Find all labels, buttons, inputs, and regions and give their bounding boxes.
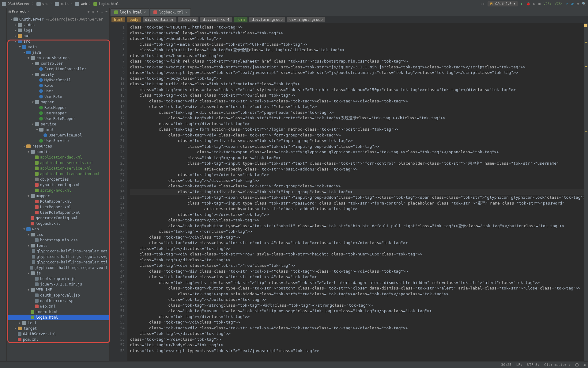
tree-node[interactable]: ▼fonts <box>7 243 109 248</box>
tree-node[interactable]: ▶OAuthServer.iml <box>7 331 109 337</box>
editor-gutter[interactable]: 1234567891011121314151617181920212223242… <box>110 23 127 361</box>
tree-node[interactable]: ▶bootstrap.min.css <box>7 237 109 243</box>
left-tool-rail[interactable] <box>0 8 7 361</box>
tree-node[interactable]: ▶UserMapper <box>7 110 109 116</box>
editor-tab[interactable]: login.html× <box>111 8 149 16</box>
tree-node[interactable]: ▶Role <box>7 83 109 88</box>
tree-node[interactable]: ▶RoleMapper <box>7 105 109 110</box>
tree-node[interactable]: ▶glyphicons-halflings-regular.svg <box>7 254 109 259</box>
tree-node[interactable]: ▼entity <box>7 72 109 77</box>
tree-node[interactable]: ▶ExceptionController <box>7 66 109 72</box>
code-editor[interactable]: class="tok-tag"><!DOCTYPE htmlclass="tok… <box>127 23 584 361</box>
crumb-root[interactable]: OAuthServer <box>2 2 30 6</box>
run-config-selector[interactable]: ⛨OAuth2.0▾ <box>488 1 518 6</box>
tree-node[interactable]: ▼resources <box>7 144 109 149</box>
coverage-button[interactable]: ▶ <box>533 2 536 6</box>
minimize-icon[interactable]: ← <box>105 10 107 13</box>
readonly-lock-icon[interactable] <box>575 363 579 366</box>
close-tab-icon[interactable]: × <box>144 10 146 14</box>
tree-node[interactable]: ▼cn.com.showings <box>7 55 109 61</box>
tree-node[interactable]: ▼js <box>7 270 109 276</box>
tree-node[interactable]: ▶User <box>7 88 109 94</box>
tree-node[interactable]: ▶generatorConfig.xml <box>7 215 109 221</box>
editor-breadcrumb[interactable]: htmlbodydiv.containerdiv.rowdiv.col-xs-4… <box>110 16 588 23</box>
tree-node[interactable]: ▶UserService <box>7 138 109 144</box>
tree-node[interactable]: ▶glyphicons-halflings-regular.ttf <box>7 259 109 265</box>
scroll-from-source-icon[interactable]: ⊕ <box>88 10 90 13</box>
tree-node[interactable]: ▶UserRoleMapper.xml <box>7 210 109 215</box>
tree-node[interactable]: ▼java <box>7 50 109 55</box>
breadcrumb-tag[interactable]: div.row <box>178 17 199 22</box>
tree-node[interactable]: ▶bootstrap.min.js <box>7 276 109 282</box>
crumb-dir[interactable]: 〉main <box>50 2 69 6</box>
breadcrumb-tag[interactable]: div.input-group <box>287 17 325 22</box>
warning-marker[interactable] <box>585 66 587 67</box>
project-view-icon[interactable]: ▤ <box>9 10 11 13</box>
tree-node[interactable]: ▶logback.xml <box>7 221 109 226</box>
tree-node[interactable]: ▶mybatis-config.xml <box>7 182 109 188</box>
tree-node[interactable]: ▶application-dao.xml <box>7 155 109 160</box>
revert-icon[interactable]: ↶ <box>566 2 568 6</box>
tree-node[interactable]: ▶jquery-3.2.1.min.js <box>7 282 109 287</box>
tree-node[interactable]: ▼src <box>7 39 109 44</box>
tree-node[interactable]: ▼impl <box>7 127 109 132</box>
breadcrumb-tag[interactable]: html <box>111 17 125 22</box>
tree-node[interactable]: ▶oauth_approval.jsp <box>7 293 109 298</box>
tree-node[interactable]: ▶application-transaction.xml <box>7 171 109 177</box>
tree-node[interactable]: ▶application-service.xml <box>7 166 109 171</box>
close-tab-icon[interactable]: × <box>185 10 187 14</box>
crumb-dir[interactable]: 〉web <box>70 2 87 6</box>
tree-node[interactable]: ▶MyUserDetail <box>7 77 109 83</box>
tree-node[interactable]: ▼config <box>7 149 109 155</box>
breadcrumb-tag[interactable]: div.form-group <box>249 17 285 22</box>
warning-marker[interactable] <box>585 131 587 132</box>
tree-node[interactable]: ▶web.xml <box>7 304 109 309</box>
vcs-update-icon[interactable]: VCS↓ <box>544 2 552 6</box>
crumb-dir[interactable]: 〉src <box>32 2 48 6</box>
file-encoding[interactable]: UTF-8÷ <box>527 363 540 367</box>
vcs-commit-icon[interactable]: VCS↑ <box>555 2 563 6</box>
tree-node[interactable]: ▶UserMapper.xml <box>7 204 109 210</box>
tree-node[interactable]: ▼WEB-INF <box>7 287 109 293</box>
breadcrumb-tag[interactable]: body <box>127 17 141 22</box>
tree-node[interactable]: ▶UserRoleMapper <box>7 116 109 121</box>
build-icon[interactable]: ⇩⇧ <box>481 2 484 6</box>
breadcrumb-tag[interactable]: form <box>234 17 247 22</box>
tree-node[interactable]: ▼css <box>7 232 109 237</box>
hide-icon[interactable]: ⌄ <box>101 10 103 13</box>
goto-icon[interactable]: ◉ <box>583 363 586 367</box>
collapse-all-icon[interactable]: ⇅ <box>92 10 94 13</box>
stop-button[interactable]: ■ <box>538 2 541 6</box>
crumb-file[interactable]: 〉login.html <box>89 2 119 6</box>
breadcrumb-tag[interactable]: div.container <box>143 17 176 22</box>
tree-node[interactable]: ▶glyphicons-halflings-regular.woff <box>7 265 109 270</box>
caret-position[interactable]: 30:25 <box>501 363 511 367</box>
breadcrumb-tag[interactable]: div.col-xs-4 <box>200 17 232 22</box>
tree-node[interactable]: ▶application-security.xml <box>7 160 109 166</box>
project-tree[interactable]: ▼OAuthServer~/IdeaProjects/OAuthServer▶.… <box>7 15 109 361</box>
tree-node[interactable]: ▼main <box>7 44 109 50</box>
warning-marker[interactable] <box>585 42 587 43</box>
editor-tab[interactable]: logback.xml× <box>150 8 191 16</box>
tree-node[interactable]: ▼controller <box>7 61 109 66</box>
tree-node[interactable]: ▶pom.xml <box>7 337 109 342</box>
tree-node[interactable]: ▶.idea <box>7 22 109 28</box>
search-icon[interactable]: 🔍 <box>582 2 586 6</box>
tree-node[interactable]: ▼OAuthServer~/IdeaProjects/OAuthServer <box>7 17 109 22</box>
tree-node[interactable]: ▶RoleMapper.xml <box>7 199 109 204</box>
settings-icon[interactable]: ✶ <box>96 10 99 13</box>
tree-node[interactable]: ▼web <box>7 226 109 232</box>
line-separator[interactable]: LF÷ <box>516 363 522 367</box>
tree-node[interactable]: ▶index.html <box>7 309 109 315</box>
tree-node[interactable]: ▶target <box>7 326 109 331</box>
tree-node[interactable]: ▶UserRole <box>7 94 109 99</box>
tree-node[interactable]: ▶logs <box>7 28 109 33</box>
editor-marker-rail[interactable] <box>584 23 588 361</box>
history-icon[interactable]: ⟳ <box>571 2 574 6</box>
project-panel-title[interactable]: Project <box>12 10 26 13</box>
tree-node[interactable]: ▼mapper <box>7 99 109 105</box>
tree-node[interactable]: ▶login.html <box>7 315 109 320</box>
tree-node[interactable]: ▶UserServiceImpl <box>7 132 109 138</box>
run-button[interactable]: ▶ <box>521 2 523 6</box>
tree-node[interactable]: ▶oauth_error.jsp <box>7 298 109 304</box>
